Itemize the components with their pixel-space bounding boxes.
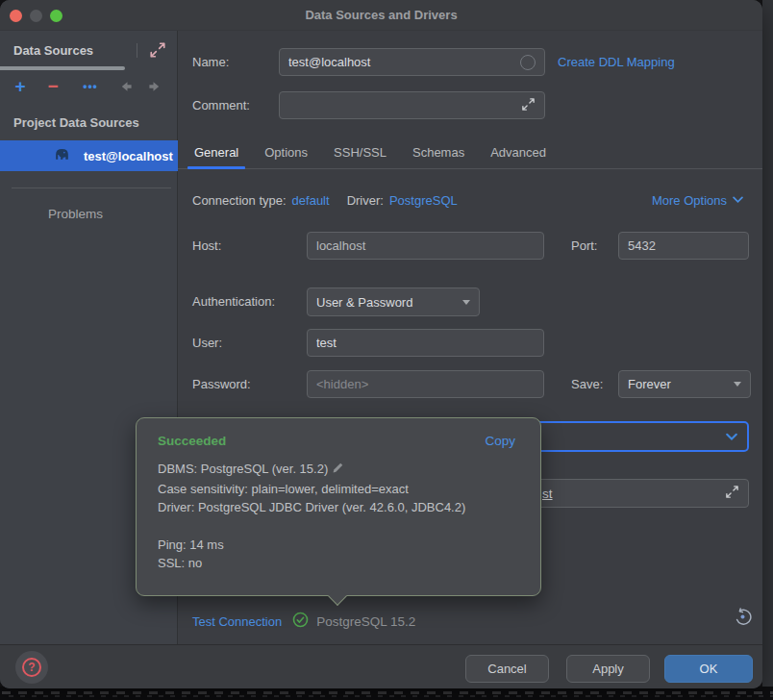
apply-button[interactable]: Apply [566,655,650,683]
popup-ssl-line: SSL: no [158,554,519,573]
ok-button[interactable]: OK [664,655,753,683]
project-data-sources-header: Project Data Sources [13,115,139,130]
close-window-button[interactable] [10,10,22,22]
desktop-background-noise [0,687,773,700]
more-actions-icon[interactable]: ••• [78,75,103,98]
url-text-fragment: st [542,487,553,501]
postgresql-elephant-icon [53,145,71,167]
success-check-icon [292,612,309,631]
sidebar-item-label: test@localhost [84,149,173,163]
host-field[interactable] [307,232,544,260]
desktop-edge [762,0,773,688]
tab-ssh-ssl[interactable]: SSH/SSL [334,138,386,169]
sidebar-toolbar: + − ••• [0,75,178,98]
sidebar-header-divider [137,43,137,58]
popup-driver-line: Driver: PostgreSQL JDBC Driver (ver. 42.… [158,498,519,517]
copy-link[interactable]: Copy [485,434,515,448]
comment-input[interactable] [288,98,521,112]
connection-result-popup: Succeeded Copy DBMS: PostgreSQL (ver. 15… [136,417,541,596]
sidebar-header: Data Sources [13,43,93,58]
more-options-link[interactable]: More Options [652,193,743,208]
sidebar-item-test-localhost[interactable]: test@localhost [0,140,178,171]
data-sources-dialog: Data Sources and Drivers Data Sources + … [0,0,762,688]
sidebar-item-problems[interactable]: Problems [48,207,103,221]
comment-field[interactable] [279,91,545,119]
host-label: Host: [192,238,221,253]
dialog-footer: ? Cancel Apply OK [0,644,762,688]
comment-label: Comment: [192,98,250,112]
chevron-down-icon [733,196,743,204]
popup-title: Succeeded [158,434,226,448]
authentication-dropdown[interactable]: User & Password [307,288,480,316]
create-ddl-mapping-link[interactable]: Create DDL Mapping [558,55,675,69]
tab-general[interactable]: General [194,138,238,169]
help-icon: ? [22,658,41,677]
driver-link[interactable]: PostgreSQL [389,193,458,208]
dropdown-caret-icon [734,382,741,387]
password-label: Password: [192,377,251,391]
chevron-down-icon [726,433,737,441]
window-title: Data Sources and Drivers [0,0,762,31]
cancel-button[interactable]: Cancel [465,655,549,683]
popup-case-line: Case sensitivity: plain=lower, delimited… [158,480,519,499]
port-label: Port: [571,238,597,253]
popup-dbms-line: DBMS: PostgreSQL (ver. 15.2) [158,462,328,476]
zoom-window-button[interactable] [50,10,62,22]
connection-type-row: Connection type: default Driver: Postgre… [192,191,743,209]
tab-bar: General Options SSH/SSL Schemas Advanced [178,138,762,169]
expand-panel-icon[interactable] [149,41,166,59]
popup-body: DBMS: PostgreSQL (ver. 15.2) Case sensit… [137,454,540,573]
port-input[interactable] [628,238,739,253]
remove-data-source-button[interactable]: − [42,75,63,98]
save-value: Forever [628,377,671,391]
save-dropdown[interactable]: Forever [618,370,751,398]
authentication-value: User & Password [316,295,412,310]
popup-ping-line: Ping: 14 ms [158,536,519,555]
test-connection-link[interactable]: Test Connection [192,614,282,629]
password-field[interactable] [307,370,544,398]
popup-header: Succeeded Copy [137,418,540,454]
test-connection-row: Test Connection PostgreSQL 15.2 [192,612,415,631]
revert-icon[interactable] [734,608,753,627]
horizontal-scrollbar-thumb[interactable] [0,66,125,70]
connection-status-text: PostgreSQL 15.2 [316,614,415,629]
back-icon[interactable] [116,75,136,98]
sidebar-divider [12,188,171,188]
help-button[interactable]: ? [15,651,48,684]
host-input[interactable] [316,238,535,253]
authentication-label: Authentication: [192,294,275,309]
port-field[interactable] [618,232,749,260]
tab-advanced[interactable]: Advanced [490,138,546,169]
titlebar: Data Sources and Drivers [0,0,762,31]
driver-label: Driver: [347,193,384,208]
user-field[interactable] [307,329,544,357]
refresh-name-icon[interactable] [520,55,536,70]
tab-schemas[interactable]: Schemas [412,138,464,169]
connection-type-label: Connection type: [192,193,287,208]
window-controls [10,10,62,22]
password-input[interactable] [316,377,535,391]
name-input[interactable] [288,55,520,69]
expand-editor-icon[interactable] [725,485,739,502]
user-input[interactable] [316,336,535,350]
forward-icon[interactable] [145,75,164,98]
dropdown-caret-icon [462,300,470,305]
connection-type-link[interactable]: default [292,193,330,208]
tab-options[interactable]: Options [264,138,308,169]
save-label: Save: [571,377,603,391]
name-label: Name: [192,55,229,69]
add-data-source-button[interactable]: + [10,75,31,98]
minimize-window-button[interactable] [30,10,42,22]
user-label: User: [192,336,222,350]
expand-editor-icon[interactable] [521,97,536,114]
name-field[interactable] [279,48,545,76]
pencil-edit-icon[interactable] [332,462,344,477]
